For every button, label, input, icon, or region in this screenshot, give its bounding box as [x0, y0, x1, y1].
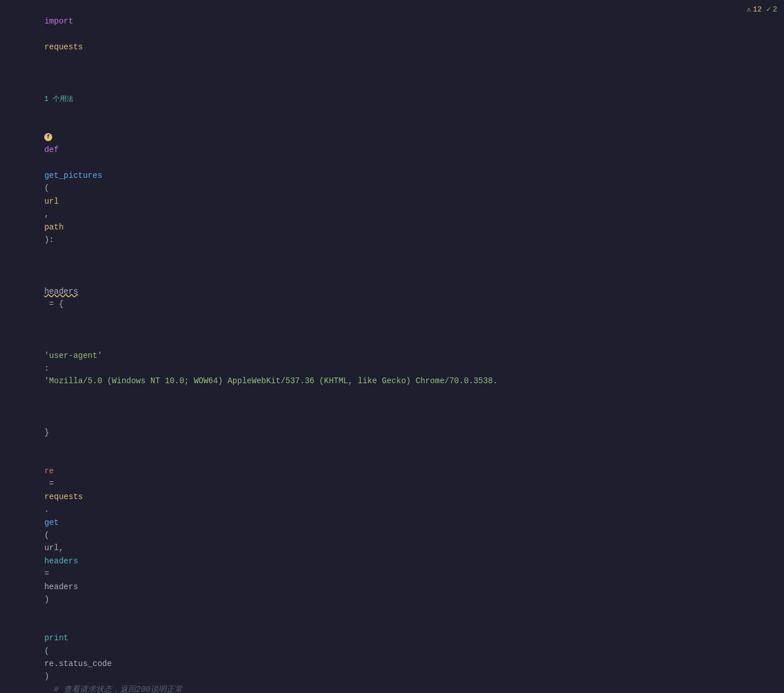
- line-headers-close: }: [0, 400, 784, 452]
- mod-requests-call: requests: [44, 492, 83, 501]
- status-bar: ⚠ 12 ✓ 2: [747, 5, 777, 14]
- str-useragent-val: 'Mozilla/5.0 (Windows NT 10.0; WOW64) Ap…: [44, 376, 498, 386]
- param-path: path: [44, 223, 64, 232]
- warning-icon: ⚠: [747, 5, 751, 14]
- line-1: import requests: [0, 2, 784, 67]
- line-useragent: 'user-agent' : 'Mozilla/5.0 (Windows NT …: [0, 324, 784, 400]
- keyword-import: import: [44, 17, 73, 26]
- def-indicator-1: f: [44, 133, 52, 141]
- var-re: re: [44, 466, 54, 476]
- param-headers: headers: [44, 556, 78, 566]
- comment-status: # 查看请求状态，返回200说明正常: [44, 685, 183, 693]
- line-re-get: re = requests . get ( url, headers = hea…: [0, 452, 784, 619]
- line-print-status: print ( re.status_code ) # 查看请求状态，返回200说…: [0, 619, 784, 693]
- check-icon: ✓: [766, 5, 771, 14]
- warning-count: ⚠ 12: [747, 5, 762, 14]
- check-count: ✓ 2: [766, 5, 777, 14]
- module-requests: requests: [44, 42, 83, 52]
- usage-hint-1: 1 个用法: [0, 79, 784, 118]
- code-editor: ⚠ 12 ✓ 2 import requests 1 个用法: [0, 0, 784, 693]
- kw-def-1: def: [44, 145, 59, 154]
- usage-link-1[interactable]: 1 个用法: [44, 95, 73, 103]
- fn-get-pictures: get_pictures: [44, 171, 102, 180]
- line-def-1: f def get_pictures ( url , path ):: [0, 118, 784, 259]
- line-headers-open: headers = {: [0, 259, 784, 324]
- line-blank-1: [0, 67, 784, 79]
- param-url: url: [44, 197, 59, 206]
- code-content: import requests 1 个用法 f def get_pictures…: [0, 0, 784, 693]
- var-headers-1: headers: [44, 287, 78, 296]
- fn-print: print: [44, 633, 68, 643]
- fn-get: get: [44, 518, 59, 527]
- str-useragent-key: 'user-agent': [44, 351, 102, 360]
